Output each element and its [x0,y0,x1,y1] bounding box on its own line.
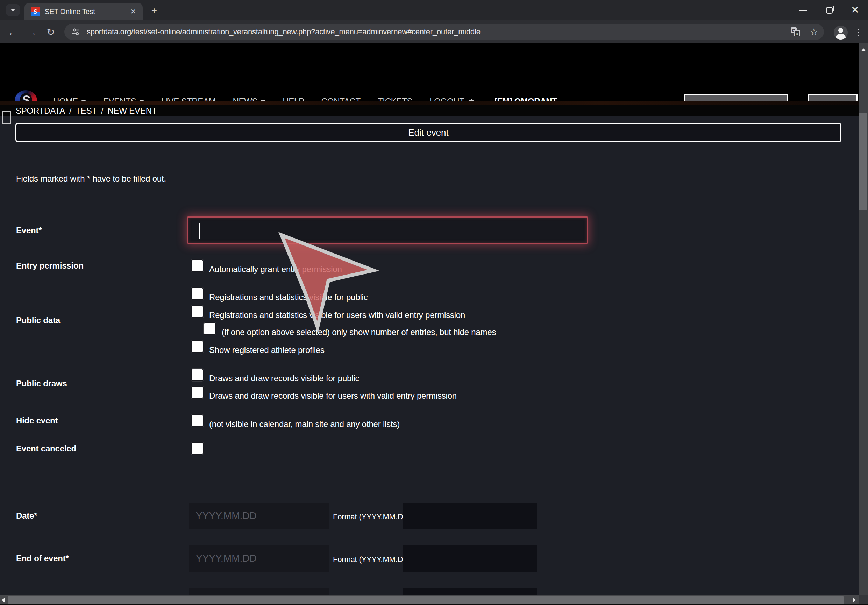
breadcrumb-new-event[interactable]: NEW EVENT [107,106,157,116]
translate-icon[interactable]: G a [790,26,800,37]
site-favicon-icon: S [31,7,40,16]
hide-names-checkbox[interactable] [203,323,216,335]
edit-event-page: Edit event Fields marked with * have to … [0,116,859,595]
tab-search-button[interactable] [6,4,20,16]
back-button[interactable]: ← [6,25,20,40]
scrollbar-corner [859,595,868,605]
window-minimize-button[interactable] [790,0,816,20]
page-title: Edit event [16,123,842,142]
public-draws-label: Public draws [16,379,67,389]
new-tab-button[interactable]: + [148,5,160,17]
browser-window: { "browser": { "tab_title": "SET Online … [0,0,868,605]
active-tab[interactable]: S SET Online Test ✕ [25,3,143,20]
url-text[interactable]: sportdata.org/test/set-online/administra… [87,27,480,36]
hide-event-label: Hide event [16,416,58,426]
public-data-label: Public data [16,315,60,325]
minimize-icon [800,10,807,11]
date-input[interactable] [189,503,329,529]
partial-next-picker-box [403,588,537,595]
end-of-event-label: End of event* [16,554,69,563]
horizontal-scrollbar[interactable] [0,595,859,605]
registrations-visible-public-checkbox[interactable] [191,287,203,300]
checkbox-row: (not visible in calendar, main site and … [191,414,400,429]
end-of-event-input[interactable] [189,545,329,572]
breadcrumb-bar: SPORTDATA / TEST / NEW EVENT [0,105,859,116]
checkbox-row: Draws and draw records visible for users… [191,386,457,401]
auto-grant-entry-checkbox[interactable] [191,259,203,272]
svg-text:a: a [796,31,798,36]
end-of-event-format-hint: Format (YYYY.MM.DD) [333,555,411,564]
chevron-down-icon [11,9,16,12]
required-fields-note: Fields marked with * have to be filled o… [16,174,166,184]
stray-outline-box [2,111,11,124]
browser-menu-icon[interactable]: ⋮ [854,25,861,40]
reload-button[interactable]: ↻ [43,25,58,40]
site-header: S HOME EVENTS LIVE STREAM NEWS HELP CONT… [0,43,859,101]
window-restore-button[interactable] [816,0,842,20]
browser-tabstrip: S SET Online Test ✕ + ✕ [0,0,868,20]
checkbox-row: Registrations and statistics visible for… [191,287,367,302]
partial-next-input[interactable] [189,588,329,595]
profile-avatar[interactable] [834,26,848,40]
date-label: Date* [16,511,37,521]
browser-toolbar: ← → ↻ sportdata.org/test/set-online/admi… [0,20,868,43]
tab-close-icon[interactable]: ✕ [129,7,138,16]
omnibox-actions: G a ☆ [790,24,818,40]
horizontal-scrollbar-thumb[interactable] [8,596,843,604]
checkbox-row: Show registered athlete profiles [191,340,324,355]
checkbox-row: Automatically grant entry permission [191,259,342,274]
scroll-right-icon[interactable] [852,598,856,603]
bookmark-star-icon[interactable]: ☆ [810,26,818,38]
event-name-input[interactable] [187,216,588,244]
hide-event-checkbox[interactable] [191,414,203,427]
breadcrumb-test[interactable]: TEST [76,106,97,116]
date-format-hint: Format (YYYY.MM.DD) [333,512,411,521]
breadcrumb: SPORTDATA / TEST / NEW EVENT [16,106,157,116]
restore-icon [826,7,833,14]
scroll-up-icon[interactable] [861,48,866,51]
page-background-strip [0,101,859,105]
checkbox-row: Registrations and statistics visible for… [191,305,465,320]
show-athlete-profiles-checkbox[interactable] [191,340,203,353]
vertical-scrollbar[interactable] [859,43,868,605]
window-controls: ✕ [790,0,868,20]
registrations-visible-permission-checkbox[interactable] [191,305,203,318]
entry-permission-label: Entry permission [16,261,84,271]
event-canceled-checkbox[interactable] [191,442,203,455]
site-settings-icon[interactable] [71,27,81,36]
event-canceled-label: Event canceled [16,444,76,454]
address-bar[interactable]: sportdata.org/test/set-online/administra… [64,24,824,40]
draws-visible-permission-checkbox[interactable] [191,386,203,399]
checkbox-row: (if one option above selected) only show… [203,323,496,337]
forward-button[interactable]: → [25,25,39,40]
date-picker-box[interactable] [403,503,537,529]
text-cursor [198,223,200,239]
checkbox-row [191,442,203,455]
scroll-left-icon[interactable] [2,598,5,603]
vertical-scrollbar-thumb[interactable] [859,113,867,210]
window-close-button[interactable]: ✕ [842,0,868,20]
draws-visible-public-checkbox[interactable] [191,369,203,381]
event-label: Event* [16,226,42,235]
tab-title: SET Online Test [45,8,95,16]
breadcrumb-sportdata[interactable]: SPORTDATA [16,106,65,116]
checkbox-row: Draws and draw records visible for publi… [191,369,359,383]
end-of-event-picker-box[interactable] [403,545,537,572]
